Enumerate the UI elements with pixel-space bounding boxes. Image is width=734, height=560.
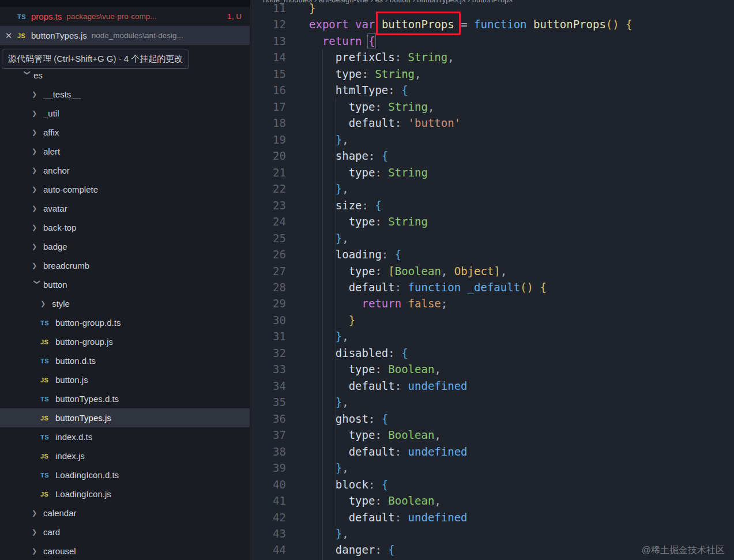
- line-number: 13: [250, 33, 286, 49]
- code-text: ghost: {: [286, 411, 388, 427]
- sidebar-header: [0, 0, 250, 7]
- code-token: ,: [428, 100, 434, 113]
- code-token: {: [388, 543, 394, 556]
- code-line[interactable]: 15 type: String,: [250, 66, 734, 82]
- code-line[interactable]: 41 type: Boolean,: [250, 493, 734, 509]
- js-file-icon: JS: [40, 339, 54, 345]
- tree-item-buttonTypes.js[interactable]: JSbuttonTypes.js: [0, 408, 250, 427]
- code-token: type: [349, 363, 375, 375]
- code-token: [309, 215, 349, 228]
- tree-item-button.d.ts[interactable]: TSbutton.d.ts: [0, 351, 250, 370]
- tree-item-label: es: [33, 70, 43, 80]
- chevron-down-icon: ❯: [24, 70, 31, 81]
- code-token: [309, 461, 336, 474]
- tree-item-breadcrumb[interactable]: ❯breadcrumb: [0, 256, 250, 275]
- chevron-right-icon: ❯: [32, 224, 42, 231]
- code-line[interactable]: 21 type: String: [250, 164, 734, 181]
- code-token: (): [606, 18, 619, 31]
- tree-item-calendar[interactable]: ❯calendar: [0, 503, 250, 523]
- code-line[interactable]: 37 type: Boolean,: [250, 427, 734, 443]
- code-line[interactable]: 31 },: [250, 328, 734, 344]
- code-line[interactable]: 34 default: undefined: [250, 378, 734, 394]
- tree-item-button-group.d.ts[interactable]: TSbutton-group.d.ts: [0, 313, 250, 332]
- code-line[interactable]: 12export var buttonProps = function butt…: [250, 16, 734, 32]
- code-line[interactable]: 26 loading: {: [250, 246, 734, 262]
- code-line[interactable]: 30 }: [250, 312, 734, 328]
- tree-item-auto-complete[interactable]: ❯auto-complete: [0, 180, 250, 199]
- code-line[interactable]: 40 block: {: [250, 476, 734, 493]
- line-number: 40: [250, 476, 286, 493]
- code-token: (): [520, 281, 533, 294]
- code-line[interactable]: 42 default: undefined: [250, 509, 734, 525]
- tree-item-buttonTypes.d.ts[interactable]: TSbuttonTypes.d.ts: [0, 389, 250, 408]
- code-token: :: [382, 248, 395, 261]
- code-line[interactable]: 24 type: String: [250, 213, 734, 230]
- file-path: node_modules\ant-desig...: [92, 31, 183, 40]
- line-number: 41: [250, 493, 286, 509]
- code-line[interactable]: 36 ghost: {: [250, 411, 734, 427]
- breadcrumb[interactable]: node_modules › ant-design-vue › es › but…: [263, 0, 734, 5]
- code-token: :: [375, 543, 388, 556]
- code-line[interactable]: 32 disabled: {: [250, 345, 734, 361]
- tree-item-badge[interactable]: ❯badge: [0, 237, 250, 256]
- code-token: :: [395, 51, 408, 63]
- tree-item-anchor[interactable]: ❯anchor: [0, 161, 250, 180]
- watermark: @稀土掘金技术社区: [642, 544, 725, 557]
- code-line[interactable]: 38 default: undefined: [250, 444, 734, 460]
- code-line[interactable]: 18 default: 'button': [250, 115, 734, 131]
- code-line[interactable]: 16 htmlType: {: [250, 82, 734, 98]
- line-number: 32: [250, 345, 286, 361]
- code-line[interactable]: 20 shape: {: [250, 148, 734, 164]
- close-icon[interactable]: ✕: [0, 31, 17, 41]
- code-line[interactable]: 17 type: String,: [250, 99, 734, 115]
- code-line[interactable]: 25 },: [250, 230, 734, 246]
- tree-item-_util[interactable]: ❯_util: [0, 104, 250, 123]
- chevron-right-icon: ❯: [32, 186, 42, 193]
- code-line[interactable]: 27 type: [Boolean, Object],: [250, 263, 734, 279]
- code-line[interactable]: 33 type: Boolean,: [250, 361, 734, 377]
- open-editor-props.ts[interactable]: TSprops.tspackages\vue-pro-comp...1, U: [0, 7, 250, 26]
- tree-item-LoadingIcon.d.ts[interactable]: TSLoadingIcon.d.ts: [0, 465, 250, 484]
- open-editor-buttonTypes.js[interactable]: ✕JSbuttonTypes.jsnode_modules\ant-desig.…: [0, 26, 250, 45]
- code-token: default: [349, 511, 395, 524]
- code-line[interactable]: 28 default: function _default() {: [250, 279, 734, 295]
- code-token: }: [349, 314, 355, 326]
- code-line[interactable]: 14 prefixCls: String,: [250, 49, 734, 65]
- code-line[interactable]: 43 },: [250, 525, 734, 542]
- tree-item-avatar[interactable]: ❯avatar: [0, 199, 250, 218]
- code-text: default: undefined: [286, 509, 468, 525]
- tree-item-button[interactable]: ❯button: [0, 275, 250, 294]
- tree-item-style[interactable]: ❯style: [0, 294, 250, 313]
- code-line[interactable]: 39 },: [250, 460, 734, 476]
- tree-item-button-group.js[interactable]: JSbutton-group.js: [0, 332, 250, 351]
- code-line[interactable]: 35 },: [250, 394, 734, 410]
- code-token: default: [349, 379, 395, 392]
- tree-item-back-top[interactable]: ❯back-top: [0, 218, 250, 237]
- tree-item-carousel[interactable]: ❯carousel: [0, 542, 250, 560]
- code-token: ,: [342, 396, 348, 408]
- tree-item-card[interactable]: ❯card: [0, 523, 250, 542]
- code-line[interactable]: 22 },: [250, 181, 734, 197]
- code-line[interactable]: 13 return {: [250, 33, 734, 49]
- tree-item-index.js[interactable]: JSindex.js: [0, 446, 250, 465]
- tree-item-index.d.ts[interactable]: TSindex.d.ts: [0, 427, 250, 446]
- code-editor[interactable]: node_modules › ant-design-vue › es › but…: [250, 0, 734, 560]
- tree-item-LoadingIcon.js[interactable]: JSLoadingIcon.js: [0, 484, 250, 503]
- code-token: size: [336, 199, 362, 212]
- explorer-sidebar: TSprops.tspackages\vue-pro-comp...1, U✕J…: [0, 0, 250, 560]
- tree-item-__tests__[interactable]: ❯__tests__: [0, 85, 250, 104]
- source-control-tooltip: 源代码管理 (Ctrl+Shift+G G) - 4 个挂起的更改: [2, 50, 189, 69]
- code-token: [309, 527, 336, 540]
- code-token: ghost: [336, 412, 368, 425]
- code-token: {: [540, 281, 546, 294]
- open-editors-list: TSprops.tspackages\vue-pro-comp...1, U✕J…: [0, 7, 250, 45]
- tree-item-affix[interactable]: ❯affix: [0, 123, 250, 142]
- tree-item-alert[interactable]: ❯alert: [0, 142, 250, 161]
- tree-item-button.js[interactable]: JSbutton.js: [0, 370, 250, 389]
- code-line[interactable]: 29 return false;: [250, 295, 734, 311]
- code-line[interactable]: 19 },: [250, 131, 734, 148]
- code-line[interactable]: 23 size: {: [250, 197, 734, 213]
- code-text: return {: [286, 33, 375, 49]
- code-area[interactable]: 11}12export var buttonProps = function b…: [250, 0, 734, 558]
- ts-file-icon: TS: [40, 472, 54, 479]
